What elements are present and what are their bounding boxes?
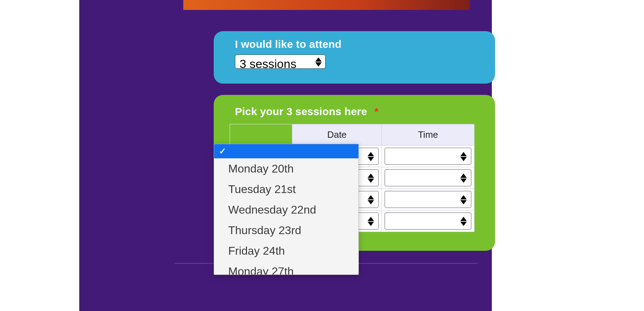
session4-time-select[interactable]: [385, 213, 471, 230]
header-banner: [183, 0, 470, 10]
dropdown-option[interactable]: Monday 27th: [214, 261, 358, 275]
stepper-arrows-icon: [460, 215, 467, 228]
date-dropdown-listbox[interactable]: Monday 20th Tuesday 21st Wednesday 22nd …: [214, 144, 359, 275]
session2-time-select[interactable]: [385, 169, 471, 186]
dropdown-option[interactable]: Wednesday 22nd: [214, 199, 358, 220]
attend-label: I would like to attend: [235, 38, 474, 50]
pick-sessions-label: Pick your 3 sessions here *: [235, 106, 479, 118]
stepper-arrows-icon: [315, 56, 322, 68]
pick-sessions-label-text: Pick your 3 sessions here: [235, 106, 367, 117]
dropdown-option[interactable]: Friday 24th: [214, 241, 358, 261]
page: I would like to attend 3 sessions Pick y…: [0, 0, 644, 311]
attend-sessions-select[interactable]: 3 sessions: [235, 55, 326, 69]
session1-time-select[interactable]: [385, 148, 471, 165]
dropdown-option[interactable]: Tuesday 21st: [214, 179, 358, 199]
stepper-arrows-icon: [367, 150, 375, 163]
attend-card: I would like to attend 3 sessions: [214, 31, 495, 84]
dropdown-option[interactable]: Monday 20th: [214, 158, 358, 179]
stepper-arrows-icon: [367, 193, 375, 206]
grid-corner: [230, 124, 292, 146]
stepper-arrows-icon: [367, 172, 375, 185]
column-header-time: Time: [382, 124, 475, 146]
dropdown-option[interactable]: Thursday 23rd: [214, 220, 358, 241]
attend-sessions-value: 3 sessions: [235, 55, 325, 69]
stepper-arrows-icon: [460, 193, 467, 206]
required-asterisk-icon: *: [374, 106, 379, 117]
stepper-arrows-icon: [367, 215, 375, 228]
dropdown-option-blank[interactable]: [214, 144, 358, 158]
stepper-arrows-icon: [460, 150, 467, 163]
column-header-date: Date: [292, 124, 382, 146]
stepper-arrows-icon: [460, 172, 467, 185]
session3-time-select[interactable]: [385, 191, 471, 208]
